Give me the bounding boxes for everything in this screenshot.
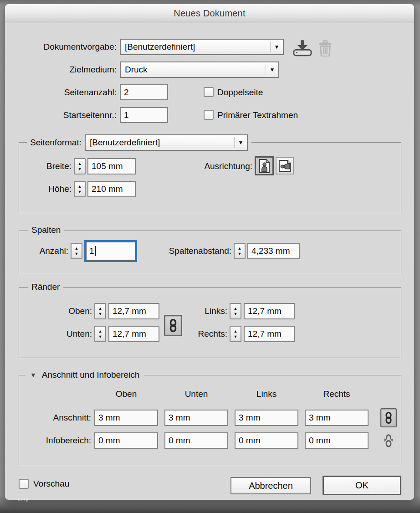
stepper-down-icon[interactable]: ▼	[234, 312, 238, 316]
breite-label: Breite:	[22, 158, 72, 174]
zielmedium-label: Zielmedium:	[13, 62, 117, 78]
broken-link-icon	[383, 434, 394, 448]
zielmedium-selected-value: Druck	[125, 65, 148, 75]
anschnitt-group-header: ▼ Anschnitt und Infobereich	[26, 369, 144, 381]
anzahl-input-inner[interactable]: 1	[86, 241, 136, 261]
breite-input[interactable]: 105 mm	[87, 158, 136, 174]
doppelseite-label: Doppelseite	[217, 84, 318, 100]
dialog-titlebar[interactable]: Neues Dokument	[5, 4, 414, 23]
infobereich-label: Infobereich:	[22, 432, 91, 449]
anzahl-stepper[interactable]: ▲ ▼	[71, 243, 82, 259]
column-header-oben: Oben	[94, 389, 158, 399]
stepper-down-icon[interactable]: ▼	[238, 252, 242, 256]
vorschau-label: Vorschau	[33, 478, 102, 490]
delete-preset-button[interactable]	[317, 40, 334, 56]
anzahl-input-focused[interactable]: 1	[84, 240, 137, 262]
stepper-up-icon[interactable]: ▲	[98, 307, 102, 311]
link-icon	[169, 318, 178, 333]
infobereich-links-input[interactable]: 0 mm	[235, 432, 298, 449]
vorschau-checkbox[interactable]	[19, 479, 29, 489]
seitenformat-group: Seitenformat: [Benutzerdefiniert] ▼ Brei…	[19, 142, 401, 213]
dokumentvorgabe-label: Dokumentvorgabe:	[13, 39, 117, 55]
stepper-down-icon[interactable]: ▼	[98, 312, 102, 316]
stepper-up-icon[interactable]: ▲	[98, 329, 102, 333]
oben-stepper[interactable]: ▲ ▼	[94, 303, 106, 319]
ok-button[interactable]: OK	[323, 476, 401, 495]
seitenanzahl-label: Seitenanzahl:	[13, 84, 117, 100]
stepper-up-icon[interactable]: ▲	[234, 307, 238, 311]
primaerer-textrahmen-checkbox[interactable]	[204, 110, 214, 120]
doppelseite-checkbox[interactable]	[204, 87, 214, 97]
chevron-down-icon: ▼	[235, 139, 247, 146]
links-input[interactable]: 12,7 mm	[244, 303, 295, 319]
stepper-down-icon[interactable]: ▼	[78, 167, 82, 171]
hoehe-stepper[interactable]: ▲ ▼	[74, 181, 86, 197]
startseitennr-input[interactable]: 1	[120, 107, 168, 123]
rechts-input[interactable]: 12,7 mm	[244, 326, 295, 342]
link-icon	[384, 411, 393, 424]
anschnitt-links-input[interactable]: 3 mm	[235, 410, 298, 426]
seitenanzahl-input[interactable]: 2	[120, 84, 168, 100]
startseitennr-label: Startseitennr.:	[13, 107, 117, 123]
disclosure-triangle-icon[interactable]: ▼	[30, 372, 36, 378]
spalten-group: Spalten Anzahl: ▲ ▼ 1 Spaltenabstand: ▲ …	[19, 231, 401, 274]
anschnitt-infobereich-group: ▼ Anschnitt und Infobereich Oben Unten L…	[19, 375, 401, 465]
infobereich-link-toggle[interactable]	[380, 431, 397, 450]
dialog-title: Neues Dokument	[174, 8, 245, 19]
spaltenabstand-input[interactable]: 4,233 mm	[247, 243, 300, 259]
breite-stepper[interactable]: ▲ ▼	[74, 158, 86, 174]
anschnitt-link-toggle[interactable]	[380, 408, 397, 427]
desktop-background: Neues Dokument Dokumentvorgabe: [Benutze…	[0, 0, 420, 513]
anzahl-value: 1	[89, 246, 94, 256]
infobereich-rechts-input[interactable]: 0 mm	[305, 432, 369, 449]
infobereich-unten-input[interactable]: 0 mm	[164, 432, 228, 449]
watermark-text: a.ng	[18, 497, 28, 502]
anschnitt-group-title: Anschnitt und Infobereich	[42, 370, 139, 380]
ausrichtung-label: Ausrichtung:	[179, 158, 252, 174]
rechts-stepper[interactable]: ▲ ▼	[230, 326, 241, 342]
seitenformat-group-header: Seitenformat: [Benutzerdefiniert] ▼	[27, 133, 251, 152]
anschnitt-unten-input[interactable]: 3 mm	[164, 410, 228, 426]
portrait-orientation-icon	[258, 159, 271, 173]
stepper-down-icon[interactable]: ▼	[78, 190, 82, 194]
infobereich-oben-input[interactable]: 0 mm	[94, 432, 158, 449]
unten-stepper[interactable]: ▲ ▼	[94, 326, 106, 342]
stepper-down-icon[interactable]: ▼	[75, 252, 79, 256]
oben-input[interactable]: 12,7 mm	[108, 303, 159, 319]
stepper-up-icon[interactable]: ▲	[238, 246, 242, 251]
stepper-up-icon[interactable]: ▲	[78, 185, 82, 189]
seitenformat-select[interactable]: [Benutzerdefiniert] ▼	[85, 134, 248, 151]
hoehe-label: Höhe:	[22, 181, 72, 197]
text-cursor	[95, 246, 96, 256]
column-header-rechts: Rechts	[305, 389, 369, 399]
spaltenabstand-stepper[interactable]: ▲ ▼	[234, 243, 246, 259]
unten-input[interactable]: 12,7 mm	[108, 326, 159, 342]
anschnitt-rechts-input[interactable]: 3 mm	[305, 410, 369, 426]
seitenformat-label: Seitenformat:	[30, 133, 82, 152]
chevron-down-icon: ▼	[266, 67, 278, 73]
stepper-up-icon[interactable]: ▲	[234, 329, 238, 333]
orientation-landscape-button[interactable]	[276, 157, 294, 174]
stepper-up-icon[interactable]: ▲	[78, 162, 82, 166]
orientation-portrait-button[interactable]	[255, 156, 274, 175]
raender-link-toggle[interactable]	[164, 315, 182, 336]
column-header-unten: Unten	[164, 389, 228, 399]
save-preset-button[interactable]	[292, 39, 313, 56]
cancel-button[interactable]: Abbrechen	[230, 477, 311, 494]
zielmedium-select[interactable]: Druck ▼	[120, 62, 279, 78]
hoehe-input[interactable]: 210 mm	[87, 181, 136, 197]
dropdown-arrow-zone: ▼	[270, 40, 283, 54]
raender-group: Ränder Oben: ▲ ▼ 12,7 mm Links: ▲ ▼ 12,7…	[19, 287, 401, 358]
stepper-down-icon[interactable]: ▼	[98, 335, 102, 339]
stepper-down-icon[interactable]: ▼	[234, 335, 238, 339]
dokumentvorgabe-select[interactable]: [Benutzerdefiniert] ▼	[120, 39, 284, 55]
unten-label: Unten:	[23, 326, 92, 342]
stepper-up-icon[interactable]: ▲	[75, 246, 79, 251]
spaltenabstand-label: Spaltenabstand:	[142, 243, 231, 259]
oben-label: Oben:	[23, 303, 92, 319]
seitenformat-selected-value: [Benutzerdefiniert]	[90, 138, 160, 148]
spalten-group-title: Spalten	[28, 225, 64, 235]
anschnitt-oben-input[interactable]: 3 mm	[94, 410, 158, 426]
column-header-links: Links	[235, 389, 298, 399]
links-stepper[interactable]: ▲ ▼	[230, 303, 241, 319]
